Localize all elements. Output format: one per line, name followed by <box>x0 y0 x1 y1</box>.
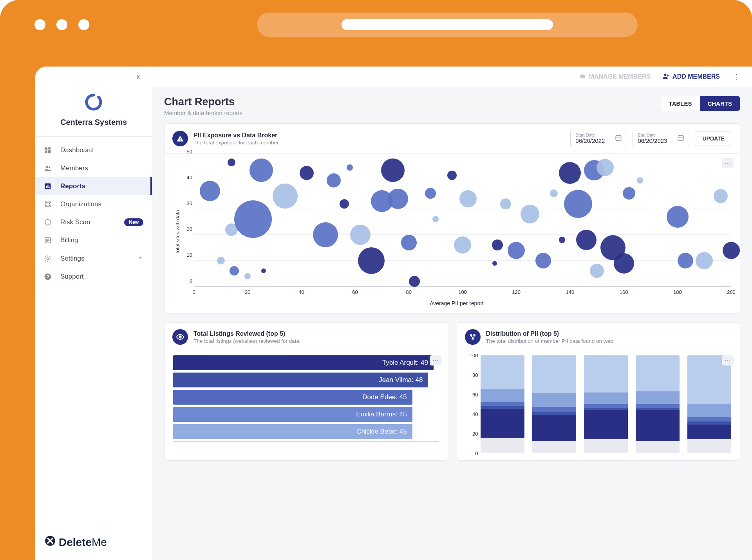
add-members-button[interactable]: ADD MEMBERS <box>662 72 720 81</box>
chart-more-button[interactable]: ⋯ <box>722 355 734 366</box>
org-header: Centerra Systems <box>35 85 152 137</box>
sidebar-item-organizations[interactable]: Organizations <box>35 195 152 213</box>
bubble-point[interactable] <box>454 236 471 254</box>
bubble-point[interactable] <box>559 162 581 184</box>
listings-title: Total Listings Reviewed (top 5) <box>193 330 440 337</box>
hbar-row[interactable]: Chickie Bebe: 45 <box>173 424 439 439</box>
bubble-point[interactable] <box>230 266 239 275</box>
url-bar[interactable] <box>257 13 638 37</box>
billing-icon <box>44 236 52 244</box>
bubble-point[interactable] <box>521 205 539 223</box>
bubble-point[interactable] <box>535 253 551 268</box>
bubble-point[interactable] <box>340 199 349 209</box>
bubble-point[interactable] <box>409 276 420 287</box>
bubble-point[interactable] <box>300 166 314 180</box>
bubble-point[interactable] <box>313 222 338 247</box>
stacked-column[interactable] <box>584 355 628 453</box>
bubble-point[interactable] <box>550 189 558 197</box>
bubble-point[interactable] <box>244 273 251 279</box>
brand-prefix: Delete <box>59 536 92 548</box>
sidebar-item-risk-scan[interactable]: Risk Scan New <box>35 213 152 231</box>
bubble-point[interactable] <box>667 206 689 228</box>
bubble-point[interactable] <box>623 187 635 200</box>
bubble-point[interactable] <box>492 239 503 250</box>
bubble-point[interactable] <box>492 261 497 266</box>
bubble-point[interactable] <box>234 200 272 238</box>
y-tick: 30 <box>182 200 192 206</box>
sidebar-item-billing[interactable]: Billing <box>35 231 152 249</box>
organizations-icon <box>44 200 52 208</box>
start-date-input[interactable]: Start Date 06/20/2022 <box>570 130 627 147</box>
stacked-column[interactable] <box>636 355 680 453</box>
hbar-row[interactable]: Dode Edee: 45 <box>173 390 439 405</box>
bubble-point[interactable] <box>508 242 525 259</box>
stacked-slice <box>584 439 628 453</box>
bubble-point[interactable] <box>347 164 353 171</box>
url-input[interactable] <box>342 19 553 30</box>
hbar-row[interactable]: Tybie Arquit: 49 <box>173 355 439 370</box>
chart-more-button[interactable]: ⋯ <box>430 355 441 366</box>
hbar-row[interactable]: Emilia Barrus: 45 <box>173 407 439 422</box>
svg-rect-25 <box>180 138 181 139</box>
bubble-point[interactable] <box>358 247 385 274</box>
y-tick: 40 <box>472 411 478 417</box>
bubble-point[interactable] <box>723 242 740 259</box>
bubble-point[interactable] <box>350 225 371 245</box>
bubble-point[interactable] <box>217 257 225 265</box>
sidebar-collapse-button[interactable] <box>133 71 145 85</box>
bubble-point[interactable] <box>564 190 592 218</box>
sidebar-item-dashboard[interactable]: Dashboard <box>35 141 152 159</box>
bubble-point[interactable] <box>500 198 511 209</box>
hbar-row[interactable]: Jean Vilma: 48 <box>173 373 439 387</box>
sidebar-item-reports[interactable]: Reports <box>35 177 152 195</box>
topbar-more-button[interactable]: ⋮ <box>732 72 741 81</box>
bubble-point[interactable] <box>273 184 298 209</box>
bubble-point[interactable] <box>327 173 341 187</box>
scatter-plot: 01020304050 <box>194 158 731 287</box>
sidebar-item-support[interactable]: ? Support <box>35 268 152 286</box>
bubble-point[interactable] <box>597 159 614 176</box>
bubble-point[interactable] <box>614 253 634 274</box>
stacked-column[interactable] <box>532 355 576 453</box>
svg-point-14 <box>49 205 51 207</box>
update-button[interactable]: UPDATE <box>695 131 732 146</box>
bubble-point[interactable] <box>590 264 604 278</box>
traffic-light-min[interactable] <box>56 19 67 30</box>
tab-tables[interactable]: TABLES <box>661 96 700 111</box>
bubble-point[interactable] <box>388 189 408 209</box>
svg-point-24 <box>664 74 667 76</box>
traffic-light-close[interactable] <box>34 19 45 30</box>
bubble-point[interactable] <box>459 190 477 207</box>
sidebar-item-settings[interactable]: Settings <box>35 249 152 268</box>
stacked-slice <box>687 439 731 453</box>
bubble-point[interactable] <box>714 189 728 203</box>
bubble-point[interactable] <box>678 253 693 268</box>
bubble-point[interactable] <box>228 158 235 166</box>
bubble-point[interactable] <box>381 158 405 182</box>
page-header: Chart Reports Member & data broker repor… <box>164 96 740 116</box>
bubble-point[interactable] <box>249 158 273 182</box>
bubble-point[interactable] <box>559 237 565 243</box>
stacked-columns <box>481 355 732 453</box>
tab-charts[interactable]: CHARTS <box>700 96 740 111</box>
stacked-column[interactable] <box>687 355 731 453</box>
bubble-point[interactable] <box>432 216 439 222</box>
sidebar-item-members[interactable]: Members <box>35 159 152 177</box>
bubble-point[interactable] <box>696 252 713 269</box>
bubble-point[interactable] <box>425 188 436 199</box>
stacked-column[interactable] <box>481 355 524 453</box>
bubble-point[interactable] <box>447 171 457 180</box>
org-logo-icon <box>84 93 103 112</box>
y-tick: 50 <box>182 149 192 155</box>
bubble-point[interactable] <box>637 177 643 184</box>
bubble-point[interactable] <box>401 235 417 250</box>
bubble-point[interactable] <box>576 230 597 250</box>
traffic-light-max[interactable] <box>78 19 89 30</box>
sidebar-item-label: Reports <box>60 182 85 190</box>
stacked-slice <box>636 441 680 453</box>
scatter-card: PII Exposure vs Data Broker The total ex… <box>164 123 740 314</box>
end-date-input[interactable]: End Date 06/20/2023 <box>633 130 689 147</box>
sidebar: Centerra Systems Dashboard Members Repor… <box>35 67 152 560</box>
bubble-point[interactable] <box>261 268 266 273</box>
bubble-point[interactable] <box>200 181 220 201</box>
